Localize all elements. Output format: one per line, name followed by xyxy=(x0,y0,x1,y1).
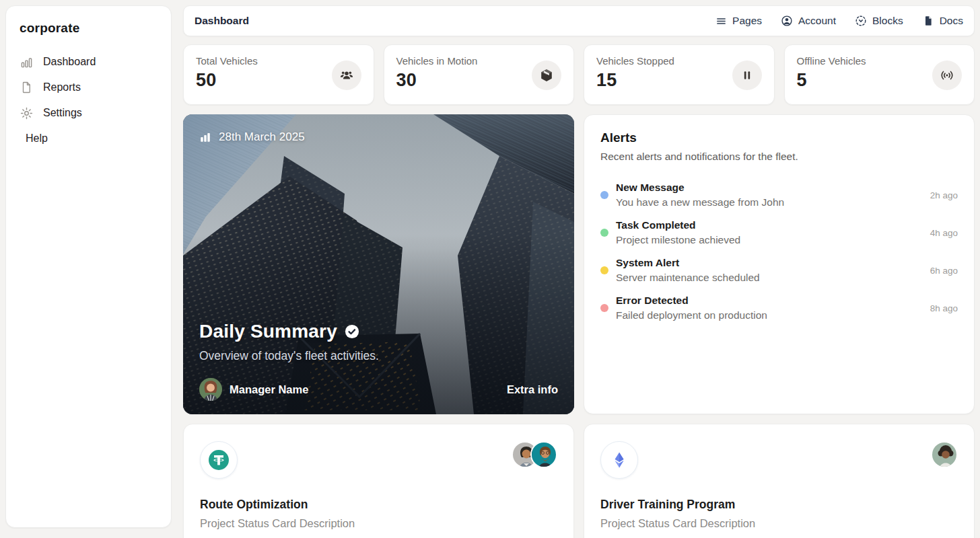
stats-row: Total Vehicles 50 Vehicles in Motion 30 … xyxy=(183,44,975,105)
alert-item-error-detected[interactable]: Error Detected Failed deployment on prod… xyxy=(600,293,958,323)
alert-description: Project milestone achieved xyxy=(616,234,922,246)
hero-title: Daily Summary xyxy=(199,321,337,342)
alerts-subtitle: Recent alerts and notifications for the … xyxy=(600,151,958,163)
alert-time: 6h ago xyxy=(930,266,958,276)
sidebar-item-help[interactable]: Help xyxy=(20,126,158,151)
nav-label: Blocks xyxy=(872,15,903,27)
nav-account[interactable]: Account xyxy=(781,15,836,27)
alert-description: You have a new message from John xyxy=(616,196,922,208)
stat-vehicles-stopped: Vehicles Stopped 15 xyxy=(584,44,775,105)
brand-title: corporate xyxy=(20,21,158,36)
sidebar-item-label: Settings xyxy=(43,107,82,119)
nav-label: Docs xyxy=(940,15,963,27)
file-filled-icon xyxy=(922,15,934,27)
stat-vehicles-in-motion: Vehicles in Motion 30 xyxy=(384,44,575,105)
project-description: Project Status Card Description xyxy=(200,517,557,530)
topbar-nav: Pages Account Blocks Docs xyxy=(715,15,963,27)
daily-summary-card: 28th March 2025 Daily Summary Overview o… xyxy=(183,114,574,414)
manager-row: Manager Name xyxy=(199,378,308,401)
ethereum-icon xyxy=(600,441,638,479)
alert-time: 4h ago xyxy=(930,228,958,238)
sidebar-item-label: Dashboard xyxy=(43,56,96,68)
hero-subtitle: Overview of today's fleet activities. xyxy=(199,349,558,363)
project-card-driver-training: Driver Training Program Project Status C… xyxy=(584,424,975,538)
sidebar-help-label: Help xyxy=(26,132,48,145)
tether-icon xyxy=(200,441,238,479)
nav-docs[interactable]: Docs xyxy=(922,15,963,27)
alert-title: System Alert xyxy=(616,257,922,269)
alert-status-dot xyxy=(600,266,608,274)
file-icon xyxy=(20,81,33,94)
alert-title: Error Detected xyxy=(616,295,922,307)
avatar xyxy=(530,441,557,468)
alert-time: 8h ago xyxy=(930,303,958,313)
alert-status-dot xyxy=(600,304,608,312)
alert-item-system-alert[interactable]: System Alert Server maintenance schedule… xyxy=(600,256,958,285)
alert-item-task-completed[interactable]: Task Completed Project milestone achieve… xyxy=(600,218,958,247)
nav-blocks[interactable]: Blocks xyxy=(855,15,903,27)
cube-icon xyxy=(532,61,561,90)
stat-offline-vehicles: Offline Vehicles 5 xyxy=(784,44,975,105)
project-title: Route Optimization xyxy=(200,498,557,512)
hero-date: 28th March 2025 xyxy=(219,130,305,144)
alert-status-dot xyxy=(600,229,608,237)
stat-total-vehicles: Total Vehicles 50 xyxy=(183,44,374,105)
project-avatars xyxy=(512,441,557,468)
extra-info-link[interactable]: Extra info xyxy=(507,383,558,396)
nav-pages[interactable]: Pages xyxy=(715,15,762,27)
page-title: Dashboard xyxy=(195,15,249,27)
alert-title: Task Completed xyxy=(616,219,922,231)
alerts-title: Alerts xyxy=(600,130,958,145)
alert-list: New Message You have a new message from … xyxy=(600,180,958,323)
hero-date-badge: 28th March 2025 xyxy=(199,130,305,144)
alert-time: 2h ago xyxy=(930,190,958,200)
sidebar-item-settings[interactable]: Settings xyxy=(20,100,158,126)
bar-chart-icon xyxy=(20,55,33,69)
project-description: Project Status Card Description xyxy=(600,517,958,530)
gear-icon xyxy=(20,106,33,120)
radio-icon xyxy=(932,61,962,90)
sidebar-item-dashboard[interactable]: Dashboard xyxy=(20,49,158,75)
sidebar-item-label: Reports xyxy=(43,81,81,93)
project-title: Driver Training Program xyxy=(600,498,958,512)
project-avatars xyxy=(931,441,958,468)
dashed-circle-icon xyxy=(855,15,867,27)
user-circle-icon xyxy=(781,15,793,27)
manager-name: Manager Name xyxy=(230,383,308,396)
hero-content: Daily Summary Overview of today's fleet … xyxy=(199,321,558,401)
menu-icon xyxy=(715,15,727,27)
project-card-route-optimization: Route Optimization Project Status Card D… xyxy=(183,424,574,538)
users-icon xyxy=(332,61,361,90)
bar-chart-icon xyxy=(199,131,211,143)
pause-icon xyxy=(732,61,762,90)
sidebar-item-reports[interactable]: Reports xyxy=(20,75,158,100)
nav-label: Account xyxy=(798,15,836,27)
avatar xyxy=(931,441,958,468)
verified-check-icon xyxy=(345,324,359,339)
sidebar: corporate Dashboard Reports Settings Hel… xyxy=(5,5,172,528)
manager-avatar xyxy=(199,378,222,401)
alert-description: Failed deployment on production xyxy=(616,309,922,321)
alert-description: Server maintenance scheduled xyxy=(616,272,922,284)
alerts-card: Alerts Recent alerts and notifications f… xyxy=(584,114,975,414)
alert-status-dot xyxy=(600,191,608,199)
topbar: Dashboard Pages Account Blocks Docs xyxy=(183,5,975,36)
nav-label: Pages xyxy=(732,15,762,27)
alert-title: New Message xyxy=(616,182,922,194)
alert-item-new-message[interactable]: New Message You have a new message from … xyxy=(600,180,958,210)
